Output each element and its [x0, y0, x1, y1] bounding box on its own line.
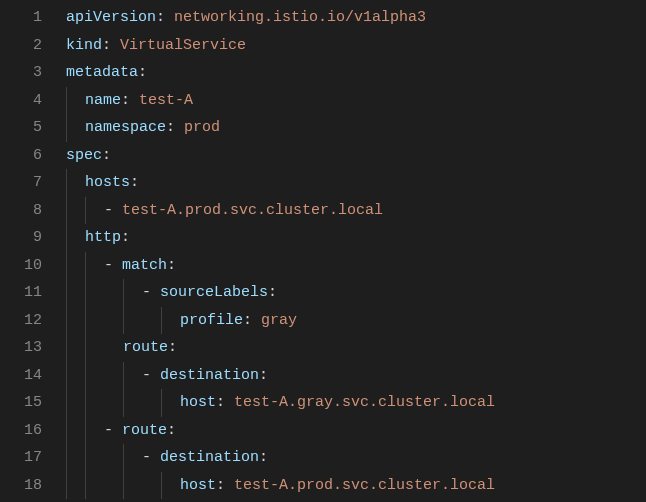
indent-guides — [66, 197, 104, 225]
line-number: 15 — [12, 389, 42, 417]
code-line[interactable]: metadata: — [66, 59, 646, 87]
code-content: apiVersion: networking.istio.io/v1alpha3 — [66, 4, 426, 32]
line-number: 4 — [12, 87, 42, 115]
code-line[interactable]: apiVersion: networking.istio.io/v1alpha3 — [66, 4, 646, 32]
code-content: - destination: — [142, 362, 268, 390]
code-line[interactable]: host: test-A.prod.svc.cluster.local — [66, 472, 646, 500]
line-number: 3 — [12, 59, 42, 87]
line-number: 6 — [12, 142, 42, 170]
indent-guides — [66, 279, 142, 307]
code-content: route: — [123, 334, 177, 362]
code-line[interactable]: profile: gray — [66, 307, 646, 335]
code-content: - destination: — [142, 444, 268, 472]
code-content: - sourceLabels: — [142, 279, 277, 307]
code-content: - test-A.prod.svc.cluster.local — [104, 197, 383, 225]
line-number: 10 — [12, 252, 42, 280]
line-number: 18 — [12, 472, 42, 500]
line-number: 2 — [12, 32, 42, 60]
code-line[interactable]: - match: — [66, 252, 646, 280]
indent-guides — [66, 224, 85, 252]
code-line[interactable]: - destination: — [66, 444, 646, 472]
code-content: - route: — [104, 417, 176, 445]
code-line[interactable]: host: test-A.gray.svc.cluster.local — [66, 389, 646, 417]
code-line[interactable]: hosts: — [66, 169, 646, 197]
code-line[interactable]: http: — [66, 224, 646, 252]
line-number: 17 — [12, 444, 42, 472]
code-editor[interactable]: 12345678910111213141516171819 apiVersion… — [0, 0, 646, 502]
code-content: - match: — [104, 252, 176, 280]
indent-guides — [66, 417, 104, 445]
line-number: 8 — [12, 197, 42, 225]
line-number: 9 — [12, 224, 42, 252]
code-content: kind: VirtualService — [66, 32, 246, 60]
line-number: 13 — [12, 334, 42, 362]
indent-guides — [66, 252, 104, 280]
line-number: 5 — [12, 114, 42, 142]
code-content: hosts: — [85, 169, 139, 197]
code-content: name: test-A — [85, 87, 193, 115]
code-line[interactable]: - route: — [66, 417, 646, 445]
code-line[interactable]: kind: VirtualService — [66, 32, 646, 60]
line-number: 16 — [12, 417, 42, 445]
indent-guides — [66, 114, 85, 142]
line-number-gutter: 12345678910111213141516171819 — [0, 0, 60, 502]
indent-guides — [66, 334, 123, 362]
line-number: 12 — [12, 307, 42, 335]
indent-guides — [66, 169, 85, 197]
code-content: spec: — [66, 142, 111, 170]
code-content: namespace: prod — [85, 114, 220, 142]
line-number: 7 — [12, 169, 42, 197]
line-number: 14 — [12, 362, 42, 390]
code-line[interactable]: route: — [66, 334, 646, 362]
code-line[interactable]: - destination: — [66, 362, 646, 390]
line-number: 1 — [12, 4, 42, 32]
code-line[interactable]: spec: — [66, 142, 646, 170]
code-content: profile: gray — [180, 307, 297, 335]
line-number: 11 — [12, 279, 42, 307]
code-content: http: — [85, 224, 130, 252]
code-content: host: test-A.prod.svc.cluster.local — [180, 472, 495, 500]
indent-guides — [66, 362, 142, 390]
code-line[interactable]: name: test-A — [66, 87, 646, 115]
indent-guides — [66, 87, 85, 115]
indent-guides — [66, 472, 180, 500]
code-line[interactable]: - sourceLabels: — [66, 279, 646, 307]
code-area[interactable]: apiVersion: networking.istio.io/v1alpha3… — [60, 0, 646, 502]
code-line[interactable]: - test-A.prod.svc.cluster.local — [66, 197, 646, 225]
indent-guides — [66, 307, 180, 335]
code-content: host: test-A.gray.svc.cluster.local — [180, 389, 495, 417]
indent-guides — [66, 444, 142, 472]
indent-guides — [66, 389, 180, 417]
code-line[interactable]: namespace: prod — [66, 114, 646, 142]
code-content: metadata: — [66, 59, 147, 87]
